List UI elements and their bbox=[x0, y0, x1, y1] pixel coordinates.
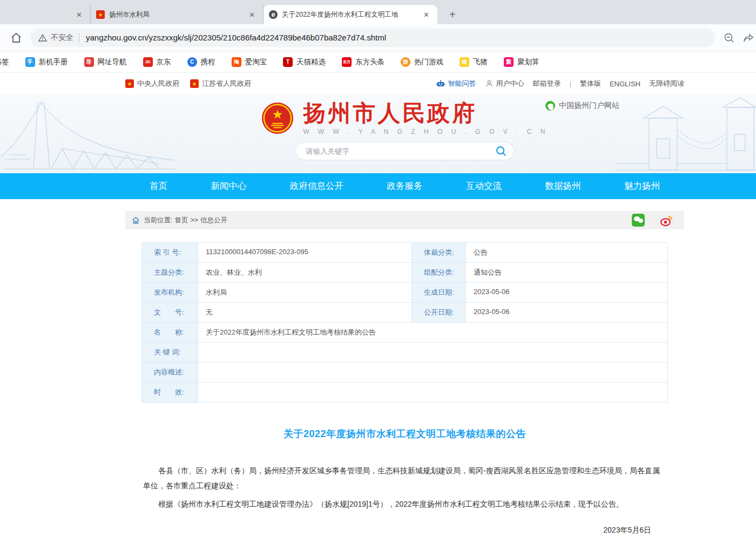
meta-label: 名 称: bbox=[142, 323, 198, 342]
new-tab-button[interactable]: + bbox=[445, 9, 460, 21]
meta-value: 2023-05-06 bbox=[466, 303, 667, 322]
address-bar[interactable]: 不安全 yangzhou.gov.cn/yzszxxgk/slj/202305/… bbox=[30, 29, 715, 47]
home-icon bbox=[132, 216, 140, 224]
meta-label: 体裁分类: bbox=[412, 243, 466, 262]
english-label: ENGLISH bbox=[610, 80, 640, 88]
tab-close-icon[interactable]: ✕ bbox=[421, 10, 432, 20]
nav-charm[interactable]: 魅力扬州 bbox=[624, 180, 660, 192]
site-search[interactable] bbox=[295, 142, 514, 160]
article-paragraph: 根据《扬州市水利工程文明工地建设管理办法》（扬水规[2019]1号），2022年… bbox=[143, 496, 666, 512]
bookmark-item[interactable]: 东方 东方头条 bbox=[342, 57, 384, 67]
bookmark-item[interactable]: 机书签 bbox=[0, 57, 9, 67]
tab-active-article[interactable]: e 关于2022年度扬州市水利工程文明工地 ✕ bbox=[264, 5, 437, 24]
bookmark-label: 网址导航 bbox=[98, 57, 127, 67]
nav-home[interactable]: 首页 bbox=[150, 180, 167, 192]
toutiao-icon: 东方 bbox=[342, 57, 352, 67]
site-utility-bar: ★ 中央人民政府 ★ 江苏省人民政府 智能问答 用户中心 邮箱登录 | 繁体版 bbox=[0, 73, 756, 94]
tab-partial[interactable]: ✕ bbox=[0, 5, 91, 24]
browser-toolbar: 不安全 yangzhou.gov.cn/yzszxxgk/slj/202305/… bbox=[0, 24, 756, 51]
search-icon[interactable] bbox=[495, 145, 507, 157]
bookmark-item[interactable]: 猪 飞猪 bbox=[460, 57, 488, 67]
bookmarks-bar: 机书签 手 新机手册 导 网址导航 JD 京东 C 携程 淘 爱淘宝 T 天猫精… bbox=[0, 51, 756, 73]
bookmark-label: 京东 bbox=[157, 57, 171, 67]
nav-interaction[interactable]: 互动交流 bbox=[466, 180, 502, 192]
portal-label: 中国扬州门户网站 bbox=[559, 101, 619, 111]
tab-title: 关于2022年度扬州市水利工程文明工地 bbox=[282, 10, 416, 19]
site-name: 扬州市人民政府 bbox=[303, 101, 549, 126]
gov-link-label: 江苏省人民政府 bbox=[202, 79, 251, 88]
bookmark-item[interactable]: 淘 爱淘宝 bbox=[232, 57, 267, 67]
link-jiangsu-gov[interactable]: ★ 江苏省人民政府 bbox=[190, 79, 251, 88]
tab-close-icon[interactable]: ✕ bbox=[73, 10, 85, 20]
tmall-icon: T bbox=[283, 57, 293, 67]
mail-login-label: 邮箱登录 bbox=[533, 79, 561, 88]
traditional-link[interactable]: 繁体版 bbox=[580, 79, 601, 88]
accessibility-link[interactable]: 无障碍阅读 bbox=[649, 79, 684, 88]
bookmark-item[interactable]: T 天猫精选 bbox=[283, 57, 326, 67]
taobao-icon: 淘 bbox=[232, 57, 241, 67]
article: 关于2022年度扬州市水利工程文明工地考核结果的公告 各县（市、区）水利（务）局… bbox=[125, 427, 684, 538]
traditional-label: 繁体版 bbox=[580, 79, 601, 88]
table-row: 文 号: 无 公开日期: 2023-05-06 bbox=[142, 302, 667, 322]
nav-info-disclosure[interactable]: 政府信息公开 bbox=[290, 180, 343, 192]
document-meta-table: 索 引 号: 11321000014407098E-2023-095 体裁分类:… bbox=[141, 242, 668, 403]
meta-value bbox=[198, 383, 667, 402]
bookmark-item[interactable]: JD 京东 bbox=[143, 57, 171, 67]
smart-qa-link[interactable]: 智能问答 bbox=[436, 79, 476, 88]
bookmark-item[interactable]: 导 网址导航 bbox=[84, 57, 127, 67]
tab-title: 扬州市水利局 bbox=[109, 10, 242, 19]
manual-icon: 手 bbox=[25, 57, 35, 67]
meta-label: 关 键 词: bbox=[142, 343, 198, 362]
site-url: W W W . Y A N G Z H O U . G O V . C N bbox=[303, 128, 549, 135]
meta-value bbox=[198, 363, 667, 382]
omnibox-divider bbox=[79, 33, 79, 43]
meta-value bbox=[198, 343, 667, 362]
juhuasuan-icon: 聚 bbox=[504, 57, 514, 67]
portal-link[interactable]: 中国扬州门户网站 bbox=[545, 101, 619, 111]
weibo-share-icon[interactable] bbox=[660, 214, 673, 227]
bookmark-label: 新机手册 bbox=[39, 57, 68, 67]
breadcrumb-separator: >> bbox=[190, 216, 198, 224]
link-central-gov[interactable]: ★ 中央人民政府 bbox=[125, 79, 179, 88]
robot-icon bbox=[436, 79, 446, 88]
meta-value: 无 bbox=[198, 303, 412, 322]
breadcrumb-current[interactable]: 信息公开 bbox=[200, 216, 227, 225]
table-row: 索 引 号: 11321000014407098E-2023-095 体裁分类:… bbox=[142, 243, 667, 262]
national-emblem-icon: ★ bbox=[261, 101, 294, 135]
tab-close-icon[interactable]: ✕ bbox=[246, 10, 258, 20]
meta-label: 内容概述: bbox=[142, 363, 198, 382]
table-row: 时 效: bbox=[142, 382, 667, 402]
user-icon bbox=[485, 79, 494, 88]
meta-value: 2023-05-06 bbox=[466, 283, 667, 302]
url-text[interactable]: yangzhou.gov.cn/yzszxxgk/slj/202305/210c… bbox=[86, 33, 386, 42]
nav-services[interactable]: 政务服务 bbox=[387, 180, 423, 192]
bookmark-label: 爱淘宝 bbox=[245, 57, 267, 67]
bookmark-item[interactable]: C 携程 bbox=[187, 57, 215, 67]
meta-label: 发布机构: bbox=[142, 283, 198, 302]
meta-label: 文 号: bbox=[142, 303, 198, 322]
table-row: 发布机构: 水利局 生成日期: 2023-05-06 bbox=[142, 282, 667, 302]
meta-label: 组配分类: bbox=[412, 263, 466, 282]
meta-value: 关于2022年度扬州市水利工程文明工地考核结果的公告 bbox=[198, 323, 667, 342]
english-link[interactable]: ENGLISH bbox=[610, 80, 640, 88]
user-center-label: 用户中心 bbox=[496, 79, 524, 88]
breadcrumb-label: 当前位置: bbox=[144, 216, 172, 225]
mail-login-link[interactable]: 邮箱登录 bbox=[533, 79, 561, 88]
wechat-share-icon[interactable] bbox=[632, 214, 645, 227]
tab-shuiliju[interactable]: ★ 扬州市水利局 ✕ bbox=[91, 5, 264, 24]
nav-data[interactable]: 数据扬州 bbox=[545, 180, 581, 192]
security-label[interactable]: 不安全 bbox=[51, 33, 73, 43]
share-icon[interactable] bbox=[742, 31, 755, 44]
bookmark-item[interactable]: 游 热门游戏 bbox=[401, 57, 443, 67]
bookmark-item[interactable]: 聚 聚划算 bbox=[504, 57, 539, 67]
search-input[interactable] bbox=[306, 147, 495, 155]
meta-label: 索 引 号: bbox=[142, 243, 198, 262]
user-center-link[interactable]: 用户中心 bbox=[485, 79, 524, 88]
breadcrumb: 当前位置: 首页 >> 信息公开 bbox=[125, 211, 684, 229]
nav-news[interactable]: 新闻中心 bbox=[211, 180, 247, 192]
meta-label: 时 效: bbox=[142, 383, 198, 402]
bookmark-item[interactable]: 手 新机手册 bbox=[25, 57, 68, 67]
home-icon[interactable] bbox=[10, 31, 23, 44]
zoom-out-icon[interactable] bbox=[723, 31, 735, 44]
breadcrumb-home-link[interactable]: 首页 bbox=[174, 216, 188, 225]
